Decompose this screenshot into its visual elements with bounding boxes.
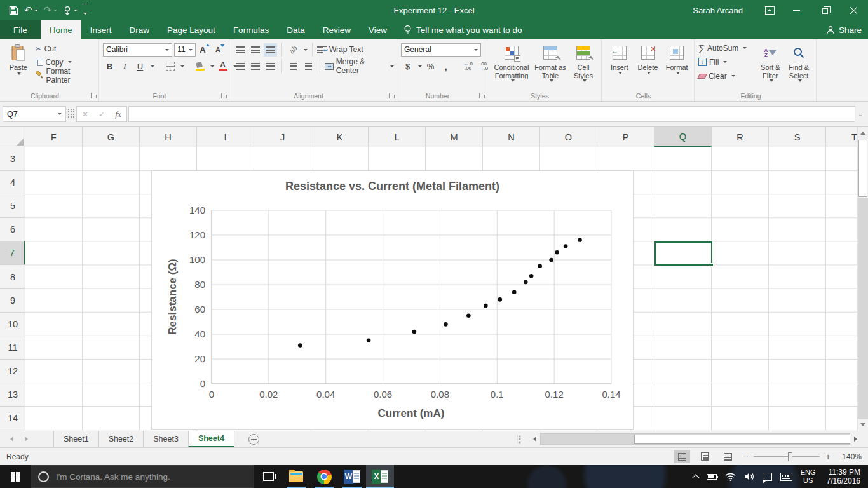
column-header-T[interactable]: T: [826, 127, 857, 147]
touch-keyboard-icon[interactable]: [780, 473, 792, 481]
increase-decimal-button[interactable]: ←.0.00: [461, 60, 475, 73]
cancel-entry-button[interactable]: ✕: [77, 110, 93, 119]
column-header-R[interactable]: R: [712, 127, 769, 147]
align-center-button[interactable]: [248, 60, 262, 73]
accounting-format-button[interactable]: $: [401, 60, 414, 73]
tab-insert[interactable]: Insert: [81, 20, 121, 39]
column-header-G[interactable]: G: [83, 127, 140, 147]
bold-button[interactable]: B: [103, 60, 116, 73]
formula-input[interactable]: [128, 106, 855, 122]
bottom-align-button[interactable]: [264, 43, 277, 57]
zoom-out-button[interactable]: −: [742, 452, 749, 462]
conditional-formatting-button[interactable]: ≠ Conditional Formatting: [491, 41, 532, 90]
row-header-4[interactable]: 4: [0, 171, 25, 194]
column-header-S[interactable]: S: [769, 127, 826, 147]
row-header-9[interactable]: 9: [0, 289, 25, 313]
column-header-K[interactable]: K: [311, 127, 369, 147]
font-size-select[interactable]: 11: [174, 43, 196, 57]
enter-entry-button[interactable]: ✓: [93, 110, 110, 119]
orientation-button[interactable]: ab: [287, 43, 300, 57]
column-header-I[interactable]: I: [197, 127, 254, 147]
font-dialog-launcher[interactable]: [221, 93, 227, 98]
scroll-up-button[interactable]: [858, 127, 868, 139]
undo-button[interactable]: ↶: [22, 3, 41, 18]
tab-page-layout[interactable]: Page Layout: [158, 20, 224, 39]
tell-me-box[interactable]: Tell me what you want to do: [396, 20, 530, 39]
select-all-corner[interactable]: [0, 127, 25, 147]
next-sheet-button[interactable]: [25, 437, 28, 442]
underline-button[interactable]: U: [133, 60, 147, 73]
middle-align-button[interactable]: [248, 43, 262, 57]
row-header-5[interactable]: 5: [0, 194, 25, 218]
column-header-Q[interactable]: Q: [654, 127, 712, 147]
close-button[interactable]: [839, 0, 868, 20]
battery-icon[interactable]: [707, 474, 717, 480]
customize-qat-button[interactable]: [81, 3, 90, 18]
top-align-button[interactable]: [233, 43, 247, 57]
tab-home[interactable]: Home: [41, 20, 81, 39]
number-dialog-launcher[interactable]: [479, 93, 485, 98]
taskbar-excel[interactable]: X: [366, 465, 394, 488]
vertical-scrollbar[interactable]: [857, 127, 868, 431]
ribbon-display-options-button[interactable]: [757, 0, 782, 20]
cut-button[interactable]: ✂Cut: [36, 42, 96, 55]
sheet-tab-sheet3[interactable]: Sheet3: [143, 431, 188, 447]
zoom-in-button[interactable]: +: [825, 452, 831, 462]
column-header-H[interactable]: H: [140, 127, 197, 147]
tab-splitter-grip[interactable]: [517, 435, 521, 444]
row-header-7[interactable]: 7: [0, 241, 25, 265]
taskbar-chrome[interactable]: [310, 465, 338, 488]
tray-expand-icon[interactable]: [692, 474, 699, 481]
chart[interactable]: 02040608010012014000.020.040.060.080.10.…: [151, 170, 634, 430]
zoom-level[interactable]: 140%: [837, 452, 862, 461]
touch-mouse-mode-button[interactable]: [60, 3, 80, 18]
selected-cell-q7[interactable]: [654, 241, 712, 266]
start-button[interactable]: [0, 465, 31, 488]
decrease-indent-button[interactable]: [287, 60, 300, 73]
action-center-icon[interactable]: [763, 473, 772, 481]
tab-review[interactable]: Review: [314, 20, 360, 39]
tab-draw[interactable]: Draw: [121, 20, 159, 39]
previous-sheet-button[interactable]: [10, 437, 13, 442]
volume-icon[interactable]: [744, 472, 754, 481]
chart-title[interactable]: Resistance vs. Current (Metal Filament): [152, 180, 633, 193]
fill-button[interactable]: ↓Fill: [698, 55, 756, 69]
task-view-button[interactable]: [254, 465, 282, 488]
insert-function-button[interactable]: fx: [110, 109, 126, 119]
tab-file[interactable]: File: [0, 20, 41, 39]
percent-style-button[interactable]: %: [424, 60, 437, 73]
row-header-3[interactable]: 3: [0, 147, 25, 171]
row-header-12[interactable]: 12: [0, 360, 25, 383]
tab-data[interactable]: Data: [278, 20, 314, 39]
zoom-slider[interactable]: [754, 452, 820, 461]
row-header-14[interactable]: 14: [0, 407, 25, 430]
horizontal-scrollbar[interactable]: [529, 433, 861, 445]
increase-font-size-button[interactable]: A: [198, 43, 211, 57]
sheet-tab-sheet2[interactable]: Sheet2: [98, 431, 144, 447]
row-header-8[interactable]: 8: [0, 266, 25, 289]
number-format-select[interactable]: General: [401, 43, 481, 57]
clear-button[interactable]: Clear: [698, 69, 756, 83]
insert-cells-button[interactable]: Insert: [606, 41, 634, 90]
format-painter-button[interactable]: Format Painter: [36, 69, 96, 82]
scroll-left-button[interactable]: [529, 433, 540, 445]
column-header-L[interactable]: L: [369, 127, 426, 147]
restore-button[interactable]: [811, 0, 839, 20]
formula-bar-grip[interactable]: [67, 109, 75, 119]
row-header-10[interactable]: 10: [0, 313, 25, 336]
format-cells-button[interactable]: Format: [662, 41, 691, 90]
normal-view-button[interactable]: [674, 450, 690, 463]
comma-style-button[interactable]: ,: [439, 60, 452, 73]
row-header-6[interactable]: 6: [0, 218, 25, 241]
column-header-N[interactable]: N: [483, 127, 540, 147]
clipboard-dialog-launcher[interactable]: [91, 93, 97, 98]
paste-button[interactable]: Paste: [4, 41, 33, 90]
horizontal-scroll-thumb[interactable]: [634, 435, 860, 444]
vertical-scroll-thumb[interactable]: [858, 140, 867, 197]
wrap-text-button[interactable]: Wrap Text: [317, 43, 363, 57]
column-header-F[interactable]: F: [25, 127, 83, 147]
tab-formulas[interactable]: Formulas: [224, 20, 278, 39]
clock[interactable]: 11:39 PM 7/16/2016: [824, 468, 860, 485]
expand-formula-bar-button[interactable]: ⌄: [855, 111, 865, 118]
find-select-button[interactable]: Find & Select: [784, 41, 813, 90]
